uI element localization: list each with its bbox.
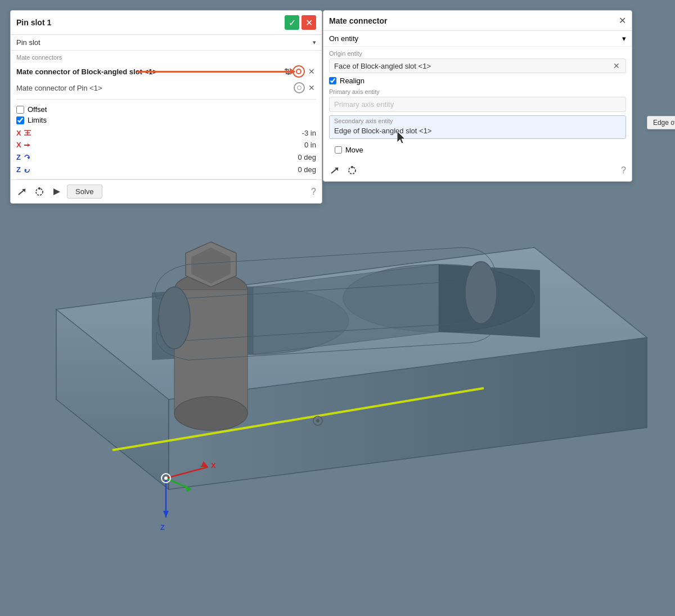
svg-point-41 bbox=[38, 187, 40, 190]
secondary-axis-label: Secondary axis entity bbox=[330, 116, 626, 124]
type-dropdown-arrow: ▾ bbox=[313, 39, 316, 46]
move-row: Move bbox=[329, 142, 626, 158]
svg-marker-42 bbox=[53, 188, 60, 195]
svg-marker-36 bbox=[27, 156, 29, 159]
mate-connectors-section: Mate connectors Mate connector of Block-… bbox=[11, 51, 322, 99]
secondary-tooltip: Edge of Block-angled slot <1> bbox=[647, 116, 675, 129]
solve-button[interactable]: Solve bbox=[67, 185, 102, 199]
bottom-toolbar: Solve ? bbox=[11, 179, 322, 203]
mc-origin-section: Origin entity Face of Block-angled slot … bbox=[323, 47, 632, 161]
offset-checkbox[interactable] bbox=[16, 106, 24, 114]
panel-type-label: Pin slot bbox=[16, 38, 40, 47]
move-label: Move bbox=[345, 146, 363, 154]
connector-1-close[interactable]: ✕ bbox=[307, 67, 316, 76]
arrow-icon[interactable] bbox=[16, 186, 29, 198]
confirm-button[interactable]: ✓ bbox=[285, 15, 299, 30]
connector-2-icon[interactable] bbox=[294, 82, 305, 93]
panel-type-row[interactable]: Pin slot ▾ bbox=[11, 35, 322, 51]
realign-label: Realign bbox=[340, 77, 364, 85]
mc-bottom: ? bbox=[323, 161, 632, 181]
z-rot2-value: 0 deg bbox=[298, 165, 316, 174]
help-icon[interactable]: ? bbox=[311, 187, 316, 197]
svg-point-28 bbox=[465, 262, 497, 323]
origin-clear-button[interactable]: ✕ bbox=[612, 61, 621, 70]
origin-label: Origin entity bbox=[329, 50, 626, 57]
svg-marker-37 bbox=[25, 169, 27, 172]
realign-row: Realign bbox=[329, 77, 626, 85]
x-min-icon-svg bbox=[23, 141, 31, 149]
x-offset-icon-svg bbox=[23, 128, 32, 137]
z-rot2-row: Z 0 deg bbox=[16, 163, 316, 176]
connector-row-2: Mate connector of Pin <1> ✕ bbox=[16, 80, 316, 96]
limits-label: Limits bbox=[28, 116, 47, 124]
connector-2-icons: ✕ bbox=[294, 82, 316, 93]
origin-value-field[interactable]: Face of Block-angled slot <1> ✕ bbox=[329, 59, 626, 73]
red-arrow bbox=[137, 71, 295, 73]
mc-toolbar-icons bbox=[329, 164, 358, 177]
play-toolbar-icon bbox=[51, 187, 61, 197]
realign-checkbox[interactable] bbox=[329, 77, 336, 84]
mc-title: Mate connector bbox=[329, 16, 387, 25]
mc-arrow-toolbar-icon bbox=[330, 165, 340, 176]
svg-text:X: X bbox=[211, 461, 216, 470]
primary-axis-placeholder: Primary axis entity bbox=[334, 100, 394, 109]
mc-rotate-toolbar-icon bbox=[347, 165, 357, 176]
origin-value-text: Face of Block-angled slot <1> bbox=[334, 62, 431, 70]
header-actions: ✓ ✕ bbox=[285, 15, 316, 30]
x-offset-value: -3 in bbox=[302, 129, 316, 137]
pin-slot-panel: Pin slot 1 ✓ ✕ Pin slot ▾ Mate connector… bbox=[10, 10, 322, 204]
panel-header: Pin slot 1 ✓ ✕ bbox=[11, 11, 322, 35]
limits-section: Offset Limits X -3 in X bbox=[11, 100, 322, 179]
z-rot2-icon: Z bbox=[16, 165, 44, 174]
z-rot-icon: Z bbox=[16, 152, 44, 161]
x-offset-icon: X bbox=[16, 128, 44, 137]
svg-text:Z: Z bbox=[160, 523, 165, 532]
mate-connector-panel: Mate connector ✕ On entity ▾ Origin enti… bbox=[323, 10, 632, 182]
mc-rotate-icon[interactable] bbox=[346, 164, 358, 177]
offset-label: Offset bbox=[28, 105, 47, 114]
play-icon[interactable] bbox=[50, 186, 62, 198]
mc-help-icon[interactable]: ? bbox=[621, 165, 626, 176]
secondary-field-value: Edge of Block-angled slot <1> bbox=[334, 127, 431, 135]
move-checkbox[interactable] bbox=[335, 146, 342, 154]
x-min-row: X 0 in bbox=[16, 139, 316, 151]
svg-point-29 bbox=[159, 287, 190, 349]
z-rot-value: 0 deg bbox=[298, 153, 316, 161]
rotate-toolbar-icon bbox=[34, 187, 44, 197]
connector-2-close[interactable]: ✕ bbox=[307, 83, 316, 92]
limits-checkbox[interactable] bbox=[16, 116, 24, 124]
mc-type-row[interactable]: On entity ▾ bbox=[323, 31, 632, 47]
svg-point-27 bbox=[316, 419, 320, 422]
secondary-field-main[interactable]: Edge of Block-angled slot <1> bbox=[330, 124, 626, 138]
mc-type-dropdown: ▾ bbox=[622, 34, 626, 43]
section-label: Mate connectors bbox=[16, 54, 316, 61]
offset-row: Offset bbox=[16, 105, 316, 114]
primary-axis-label: Primary axis entity bbox=[329, 88, 626, 95]
svg-point-25 bbox=[164, 476, 168, 480]
connector-1-icon-inner bbox=[296, 69, 302, 74]
primary-axis-field[interactable]: Primary axis entity bbox=[329, 97, 626, 112]
svg-marker-35 bbox=[28, 143, 30, 147]
mc-type-label: On entity bbox=[329, 34, 358, 43]
mc-arrow-icon[interactable] bbox=[329, 164, 341, 177]
cancel-button[interactable]: ✕ bbox=[302, 15, 316, 30]
mc-header: Mate connector ✕ bbox=[323, 11, 632, 31]
mc-close-button[interactable]: ✕ bbox=[619, 15, 626, 26]
z-rot-row: Z 0 deg bbox=[16, 151, 316, 163]
arrow-toolbar-icon bbox=[17, 187, 28, 197]
z-rot2-icon-svg bbox=[22, 165, 32, 174]
panel-title: Pin slot 1 bbox=[16, 18, 51, 27]
svg-point-46 bbox=[351, 166, 353, 168]
secondary-axis-section: Secondary axis entity Edge of Block-angl… bbox=[329, 115, 626, 139]
connector-2-icon-inner bbox=[297, 86, 302, 90]
limits-row: Limits bbox=[16, 116, 316, 124]
connector-2-name: Mate connector of Pin <1> bbox=[16, 84, 294, 92]
rotate-icon[interactable] bbox=[33, 186, 46, 198]
secondary-axis-row: Edge of Block-angled slot <1> bbox=[330, 124, 626, 138]
svg-point-12 bbox=[174, 397, 248, 430]
x-min-value: 0 in bbox=[304, 141, 316, 149]
z-rot-icon-svg bbox=[22, 152, 32, 161]
x-offset-row: X -3 in bbox=[16, 127, 316, 139]
x-min-icon: X bbox=[16, 141, 44, 149]
